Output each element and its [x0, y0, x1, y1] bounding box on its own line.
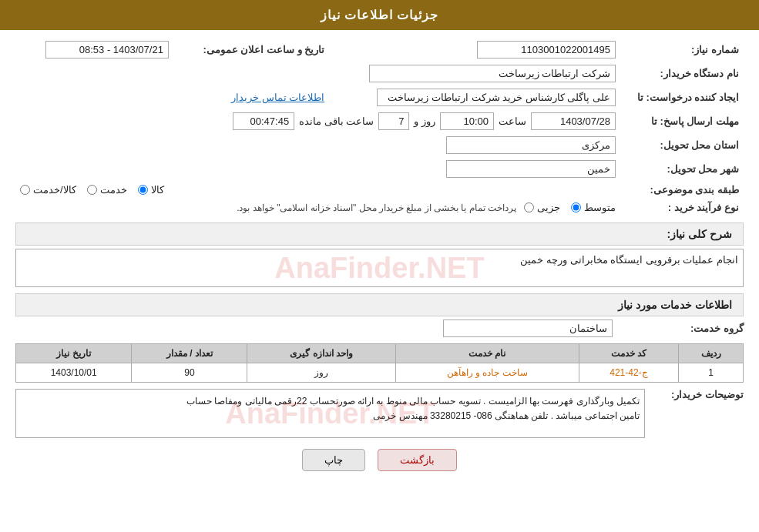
- noe-farayand-radio-group: متوسط جزیی: [524, 202, 616, 213]
- announce-value: 1403/07/21 - 08:53: [45, 41, 169, 59]
- cell-tedad: 90: [132, 363, 247, 383]
- tozihat-value: تکمیل وبارگذاری فهرست بها الزامیست . تسو…: [15, 389, 645, 438]
- sharh-niaz-box: انجام عملیات برقرویی ایستگاه مخابراتی ور…: [15, 249, 744, 287]
- ijad-konande-row: ایجاد کننده درخواست: تا علی پاگلی کارشنا…: [15, 85, 744, 109]
- noe-farayand-row: نوع فرآیند خرید : متوسط جزیی: [15, 199, 744, 216]
- col-kod-khedmat: کد خدمت: [579, 344, 678, 363]
- main-content: شماره نیاز: 1103001022001495 تاریخ و ساع…: [0, 30, 759, 487]
- col-tedad: تعداد / مقدار: [132, 344, 247, 363]
- noe-farayand-label: نوع فرآیند خرید :: [620, 199, 744, 216]
- tabaqe-kala-khedmat[interactable]: کالا/خدمت: [20, 184, 76, 196]
- mohlat-time: 10:00: [440, 112, 494, 130]
- remaining-label: ساعت باقی مانده: [299, 115, 374, 127]
- mohlat-date: 1403/07/28: [531, 112, 616, 130]
- mohlat-label: مهلت ارسال پاسخ: تا: [620, 109, 744, 133]
- tabaqe-kala[interactable]: کالا: [138, 184, 164, 196]
- farayand-jozii-radio[interactable]: [524, 202, 534, 212]
- shahr-label: شهر محل تحویل:: [620, 157, 744, 181]
- grohe-khedmat-row: گروه خدمت: ساختمان: [15, 320, 744, 337]
- nam-dastgah-value: شرکت ارتباطات زیرساخت: [369, 65, 616, 82]
- contact-info-link[interactable]: اطلاعات تماس خریدار: [231, 92, 324, 103]
- footer-buttons: بازگشت چاپ: [15, 449, 744, 471]
- page-title: جزئیات اطلاعات نیاز: [321, 8, 439, 22]
- sharh-niaz-value: انجام عملیات برقرویی ایستگاه مخابراتی ور…: [520, 254, 738, 266]
- tabaqe-row: طبقه بندی موضوعی: کالا/خدمت خدمت کالا: [15, 181, 744, 199]
- tabaqe-khedmat[interactable]: خدمت: [87, 184, 127, 196]
- farayand-jozii[interactable]: جزیی: [524, 202, 560, 213]
- time-label: ساعت: [499, 115, 526, 127]
- remaining-value: 00:47:45: [233, 112, 294, 130]
- tozihat-section: توضیحات خریدار: تکمیل وبارگذاری فهرست به…: [15, 389, 744, 438]
- cell-kod-khedmat: ج-42-421: [579, 363, 678, 383]
- nam-dastgah-label: نام دستگاه خریدار:: [620, 62, 744, 85]
- shomare-niaz-input: 1103001022001495: [477, 41, 616, 59]
- items-table-header-row: ردیف کد خدمت نام خدمت واحد اندازه گیری ت…: [16, 344, 744, 363]
- shahr-value: خمین: [446, 160, 616, 178]
- shahr-row: شهر محل تحویل: خمین: [15, 157, 744, 181]
- col-nam-khedmat: نام خدمت: [395, 344, 579, 363]
- back-button[interactable]: بازگشت: [378, 449, 457, 471]
- cell-tarikh-niaz: 1403/10/01: [16, 363, 132, 383]
- farayand-motevaset-label: متوسط: [584, 202, 616, 213]
- days-label: روز و: [414, 115, 435, 127]
- page-wrapper: جزئیات اطلاعات نیاز شماره نیاز: 11030010…: [0, 0, 759, 532]
- mohlat-date-row: 1403/07/28 ساعت 10:00 روز و 7 ساعت باقی …: [20, 112, 616, 130]
- shomare-niaz-label: شماره نیاز:: [620, 38, 744, 62]
- cell-nam-khedmat: ساخت جاده و راهآهن: [395, 363, 579, 383]
- tabaqe-kala-radio[interactable]: [138, 185, 148, 195]
- tabaqe-radio-group: کالا/خدمت خدمت کالا: [20, 184, 616, 196]
- watermark: AnaFinder.NET: [274, 252, 484, 285]
- tabaqe-khedmat-radio[interactable]: [87, 185, 97, 195]
- sharh-niaz-section: انجام عملیات برقرویی ایستگاه مخابراتی ور…: [15, 249, 744, 287]
- col-radif: ردیف: [679, 344, 744, 363]
- print-button[interactable]: چاپ: [302, 449, 365, 471]
- announce-label: تاریخ و ساعت اعلان عمومی:: [203, 44, 324, 55]
- ijad-konande-label: ایجاد کننده درخواست: تا: [620, 85, 744, 109]
- mohlat-row: مهلت ارسال پاسخ: تا 1403/07/28 ساعت 10:0…: [15, 109, 744, 133]
- sharh-niaz-wrapper: انجام عملیات برقرویی ایستگاه مخابراتی ور…: [15, 249, 744, 287]
- items-table: ردیف کد خدمت نام خدمت واحد اندازه گیری ت…: [15, 343, 744, 383]
- grohe-khedmat-value: ساختمان: [443, 320, 613, 337]
- ostan-row: استان محل تحویل: مرکزی: [15, 133, 744, 157]
- nam-dastgah-row: نام دستگاه خریدار: شرکت ارتباطات زیرساخت: [15, 62, 744, 85]
- tabaqe-kala-khedmat-radio[interactable]: [20, 185, 30, 195]
- tabaqe-label: طبقه بندی موضوعی:: [620, 181, 744, 199]
- page-header: جزئیات اطلاعات نیاز: [0, 0, 759, 30]
- ijad-konande-value: علی پاگلی کارشناس خرید شرکت ارتباطات زیر…: [377, 89, 616, 106]
- tabaqe-kala-khedmat-label: کالا/خدمت: [33, 184, 76, 196]
- tozihat-wrapper: تکمیل وبارگذاری فهرست بها الزامیست . تسو…: [15, 389, 645, 438]
- sharh-niaz-section-title: شرح کلی نیاز:: [15, 223, 744, 246]
- ostan-label: استان محل تحویل:: [620, 133, 744, 157]
- farayand-motevaset[interactable]: متوسط: [571, 202, 616, 213]
- farayand-motevaset-radio[interactable]: [571, 202, 581, 212]
- cell-vahed: روز: [247, 363, 395, 383]
- items-table-head: ردیف کد خدمت نام خدمت واحد اندازه گیری ت…: [16, 344, 744, 363]
- tozihat-text: تکمیل وبارگذاری فهرست بها الزامیست . تسو…: [21, 394, 640, 423]
- col-vahed: واحد اندازه گیری: [247, 344, 395, 363]
- table-row: 1 ج-42-421 ساخت جاده و راهآهن روز 90 140…: [16, 363, 744, 383]
- tabaqe-khedmat-label: خدمت: [100, 184, 127, 196]
- days-value: 7: [378, 112, 409, 130]
- cell-radif: 1: [679, 363, 744, 383]
- shomare-niaz-value: 1103001022001495: [352, 38, 620, 62]
- items-table-body: 1 ج-42-421 ساخت جاده و راهآهن روز 90 140…: [16, 363, 744, 383]
- noe-farayand-note: پرداخت تمام یا بخشی از مبلغ خریدار محل "…: [237, 202, 516, 213]
- ostan-value: مرکزی: [446, 136, 616, 154]
- tabaqe-kala-label: کالا: [151, 184, 164, 196]
- grohe-khedmat-label: گروه خدمت:: [620, 323, 744, 334]
- khadamat-section-title: اطلاعات خدمات مورد نیاز: [15, 293, 744, 316]
- shomare-niaz-row: شماره نیاز: 1103001022001495 تاریخ و ساع…: [15, 38, 744, 62]
- col-tarikh-niaz: تاریخ نیاز: [16, 344, 132, 363]
- info-table: شماره نیاز: 1103001022001495 تاریخ و ساع…: [15, 38, 744, 216]
- tozihat-label: توضیحات خریدار:: [651, 389, 744, 400]
- farayand-jozii-label: جزیی: [537, 202, 560, 213]
